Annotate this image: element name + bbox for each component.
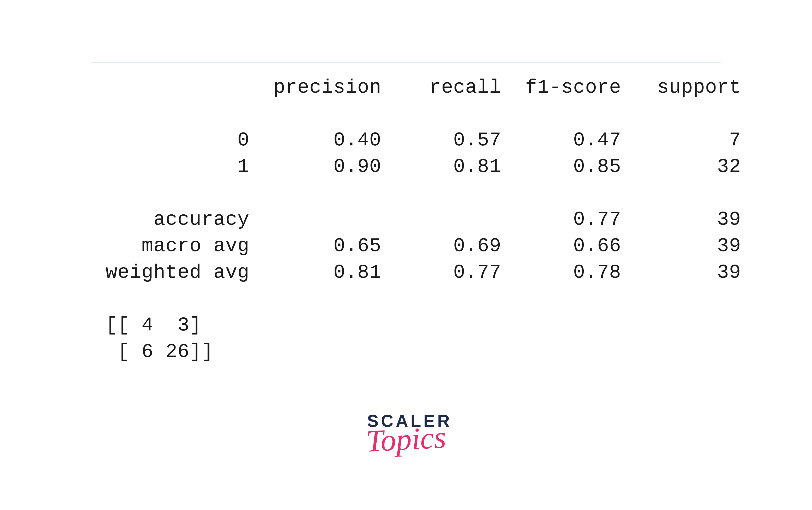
content-wrapper: precision recall f1-score support 0 0.40… <box>0 0 812 455</box>
logo-topics-text: Topics <box>359 421 453 457</box>
classification-report-text: precision recall f1-score support 0 0.40… <box>106 74 706 365</box>
class-0-row: 0 0.40 0.57 0.47 7 <box>106 129 741 151</box>
classification-report-box: precision recall f1-score support 0 0.40… <box>91 62 721 380</box>
scaler-topics-logo: SCALER Topics <box>360 411 452 455</box>
weighted-avg-row: weighted avg 0.81 0.77 0.78 39 <box>106 262 741 284</box>
macro-avg-row: macro avg 0.65 0.69 0.66 39 <box>106 235 741 257</box>
confusion-matrix-row1: [[ 4 3] <box>106 314 202 336</box>
accuracy-row: accuracy 0.77 39 <box>106 208 741 231</box>
confusion-matrix-row2: [ 6 26]] <box>106 341 213 363</box>
logo-wrapper: SCALER Topics <box>91 411 721 455</box>
header-row: precision recall f1-score support <box>106 77 741 99</box>
class-1-row: 1 0.90 0.81 0.85 32 <box>106 156 741 178</box>
